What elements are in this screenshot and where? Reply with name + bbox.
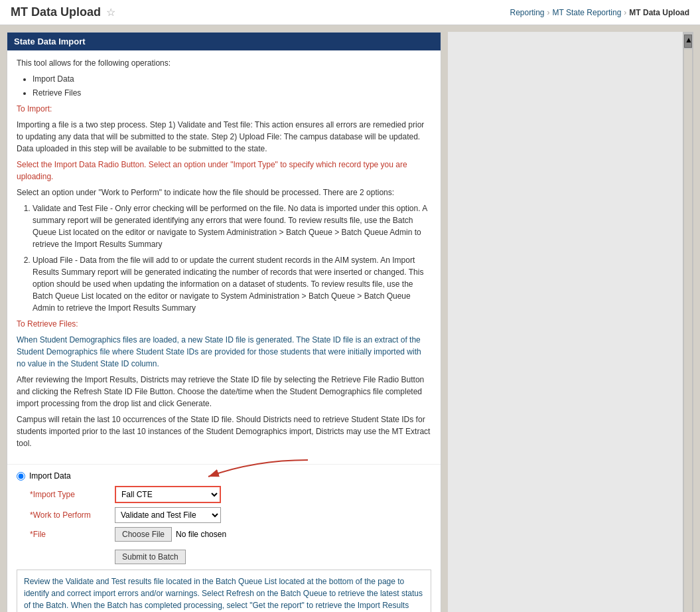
file-input-area: Choose File No file chosen [115, 527, 226, 542]
to-import-body: Importing a file is a two step process. … [17, 119, 431, 155]
to-retrieve-label: To Retrieve Files: [17, 318, 431, 330]
import-type-row: *Import Type Fall CTE Spring CTE Student… [30, 486, 431, 503]
scroll-track [684, 49, 692, 612]
file-row: *File Choose File No file chosen [30, 527, 431, 542]
breadcrumb-current: MT Data Upload [629, 8, 689, 17]
import-form-grid: *Import Type Fall CTE Spring CTE Student… [30, 486, 431, 564]
select-import-label: Select the Import Data Radio Button. Sel… [17, 159, 431, 183]
retain-body: Campus will retain the last 10 occurrenc… [17, 414, 431, 449]
file-label: *File [30, 530, 109, 539]
import-type-label: *Import Type [30, 490, 109, 499]
intro-list-item-1: Import Data [33, 73, 431, 85]
work-to-perform-row: *Work to Perform Validate and Test File … [30, 507, 431, 523]
choose-file-button[interactable]: Choose File [115, 527, 172, 542]
breadcrumb-mt-state[interactable]: MT State Reporting [553, 8, 622, 17]
work-label: *Work to Perform [30, 510, 109, 520]
submit-to-batch-button[interactable]: Submit to Batch [115, 550, 186, 564]
import-form-section: Import Data *Import Type Fall CTE Spring… [7, 464, 441, 612]
intro-text: This tool allows for the following opera… [17, 57, 431, 69]
to-import-label: To Import: [17, 103, 431, 115]
page-title-area: MT Data Upload ☆ [11, 5, 115, 19]
work-option-2: Upload File - Data from the file will ad… [33, 254, 431, 314]
import-data-label[interactable]: Import Data [29, 471, 71, 481]
info-box: Review the Validate and Test results fil… [17, 570, 431, 612]
star-icon[interactable]: ☆ [106, 6, 115, 19]
page-title: MT Data Upload [11, 5, 101, 19]
to-retrieve-body: When Student Demographics files are load… [17, 334, 431, 370]
after-review-body: After reviewing the Import Results, Dist… [17, 374, 431, 410]
work-option-1: Validate and Test File - Only error chec… [33, 202, 431, 250]
section-header: State Data Import [7, 33, 441, 50]
right-panel: ▲ ▼ [448, 32, 693, 612]
left-panel: State Data Import This tool allows for t… [7, 32, 441, 612]
submit-row: Submit to Batch [30, 546, 431, 564]
import-data-radio-row: Import Data [17, 471, 431, 481]
scroll-up-button[interactable]: ▲ [684, 35, 692, 48]
breadcrumb-sep-2: › [624, 8, 626, 17]
work-select[interactable]: Validate and Test File Upload File [115, 507, 221, 523]
work-options-list: Validate and Test File - Only error chec… [33, 202, 431, 314]
intro-list: Import Data Retrieve Files [33, 73, 431, 99]
no-file-text: No file chosen [176, 530, 226, 539]
breadcrumb-reporting[interactable]: Reporting [510, 8, 544, 17]
arrow-area [7, 460, 441, 464]
import-data-radio[interactable] [17, 472, 25, 481]
info-box-text: Review the Validate and Test results fil… [24, 577, 423, 612]
top-bar: MT Data Upload ☆ Reporting › MT State Re… [0, 0, 700, 25]
intro-list-item-2: Retrieve Files [33, 87, 431, 99]
select-work-label: Select an option under "Work to Perform"… [17, 187, 431, 198]
breadcrumb-sep-1: › [547, 8, 550, 17]
import-type-select[interactable]: Fall CTE Spring CTE Student Demographics… [115, 486, 221, 503]
breadcrumb: Reporting › MT State Reporting › MT Data… [510, 8, 689, 17]
section-body: This tool allows for the following opera… [7, 50, 441, 460]
scrollbar[interactable]: ▲ ▼ [683, 32, 693, 612]
